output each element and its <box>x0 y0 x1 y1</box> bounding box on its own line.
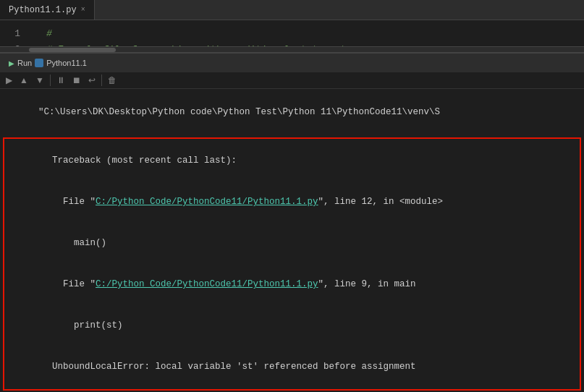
line-num-2: 2 <box>6 42 20 46</box>
editor-area: 1 2 3 4 5 6 7 8 9 10 11 12 13 14 It show… <box>0 20 584 46</box>
traceback-entry-1-code: main() <box>9 223 575 264</box>
clear-button[interactable]: 🗑 <box>105 74 119 87</box>
traceback-entry-1-suffix: ", line 12, in <module> <box>318 197 444 207</box>
bottom-panel: ▶ Run Python11.1 ▶ ▲ ▼ ⏸ ⏹ ↩ 🗑 "C:\Users… <box>0 52 584 392</box>
rerun-button[interactable]: ↩ <box>85 74 98 87</box>
run-button[interactable]: ▶ <box>3 74 15 87</box>
tab-bar: Python11.1.py × <box>0 0 584 20</box>
traceback-entry-1-link[interactable]: C:/Python Code/PythonCode11/Python11.1.p… <box>96 197 318 207</box>
traceback-entry-1-prefix: File " <box>52 197 96 207</box>
term-path-line: "C:\Users\DK\Desktop\Python code\Python … <box>6 92 578 133</box>
python-label: Python11.1 <box>46 59 87 67</box>
up-button[interactable]: ▲ <box>17 74 31 87</box>
traceback-output: Traceback (most recent call last): File … <box>9 140 575 388</box>
separator-1 <box>50 74 51 86</box>
panel-toolbar: ▶ ▲ ▼ ⏸ ⏹ ↩ 🗑 <box>0 72 584 89</box>
code-2-text: # Example file for working with conditio… <box>46 42 345 46</box>
separator-2 <box>101 74 102 86</box>
line-num-1: 1 <box>6 26 20 42</box>
run-tab[interactable]: ▶ Run Python11.1 <box>3 57 93 69</box>
horizontal-scrollbar[interactable] <box>0 46 584 52</box>
traceback-entry-2-file: File "C:/Python Code/PythonCode11/Python… <box>9 264 575 305</box>
line-numbers: 1 2 3 4 5 6 7 8 9 10 11 12 13 14 <box>0 20 26 46</box>
traceback-entry-2-prefix: File " <box>52 279 96 289</box>
traceback-entry-1-code-text: main() <box>52 238 106 248</box>
stop-button[interactable]: ⏹ <box>69 74 84 87</box>
tab-filename: Python11.1.py <box>9 5 77 15</box>
pause-button[interactable]: ⏸ <box>54 74 68 87</box>
down-button[interactable]: ▼ <box>33 74 47 87</box>
file-tab[interactable]: Python11.1.py × <box>0 0 95 20</box>
run-tab-icon: ▶ <box>9 59 14 67</box>
run-tab-label: Run <box>17 59 32 67</box>
tab-close-button[interactable]: × <box>81 6 85 14</box>
panel-tab-bar: ▶ Run Python11.1 <box>0 54 584 72</box>
traceback-entry-2-code: print(st) <box>9 305 575 346</box>
traceback-entry-1-file: File "C:/Python Code/PythonCode11/Python… <box>9 182 575 223</box>
error-text: UnboundLocalError: local variable 'st' r… <box>52 362 416 372</box>
error-line: UnboundLocalError: local variable 'st' r… <box>9 346 575 388</box>
run-path-text: "C:\Users\DK\Desktop\Python code\Python … <box>38 107 440 117</box>
python-icon <box>35 59 43 67</box>
traceback-entry-2-suffix: ", line 9, in main <box>318 279 416 289</box>
code-line-2: # Example file for working with conditio… <box>32 42 584 46</box>
code-editor[interactable]: It shows the error because it does not m… <box>26 20 584 46</box>
code-1-text: # <box>46 26 52 42</box>
traceback-entry-2-code-text: print(st) <box>52 320 123 331</box>
terminal-output: "C:\Users\DK\Desktop\Python code\Python … <box>0 89 584 136</box>
code-line-1: # <box>32 26 584 42</box>
traceback-header-text: Traceback (most recent call last): <box>52 155 237 166</box>
traceback-entry-2-link[interactable]: C:/Python Code/PythonCode11/Python11.1.p… <box>96 279 318 289</box>
traceback-header: Traceback (most recent call last): <box>9 140 575 182</box>
traceback-box: Traceback (most recent call last): File … <box>3 137 581 391</box>
